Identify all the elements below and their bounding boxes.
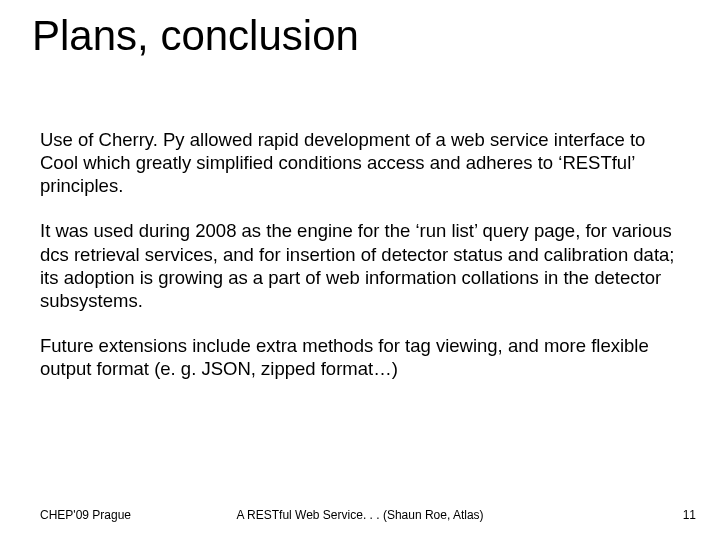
paragraph-2: It was used during 2008 as the engine fo… [40, 219, 680, 312]
paragraph-1: Use of Cherry. Py allowed rapid developm… [40, 128, 680, 197]
slide: Plans, conclusion Use of Cherry. Py allo… [0, 0, 720, 540]
slide-body: Use of Cherry. Py allowed rapid developm… [40, 128, 680, 402]
footer-credit: A RESTful Web Service. . . (Shaun Roe, A… [0, 508, 720, 522]
slide-title: Plans, conclusion [32, 12, 359, 60]
paragraph-3: Future extensions include extra methods … [40, 334, 680, 380]
footer-page-number: 11 [683, 508, 696, 522]
